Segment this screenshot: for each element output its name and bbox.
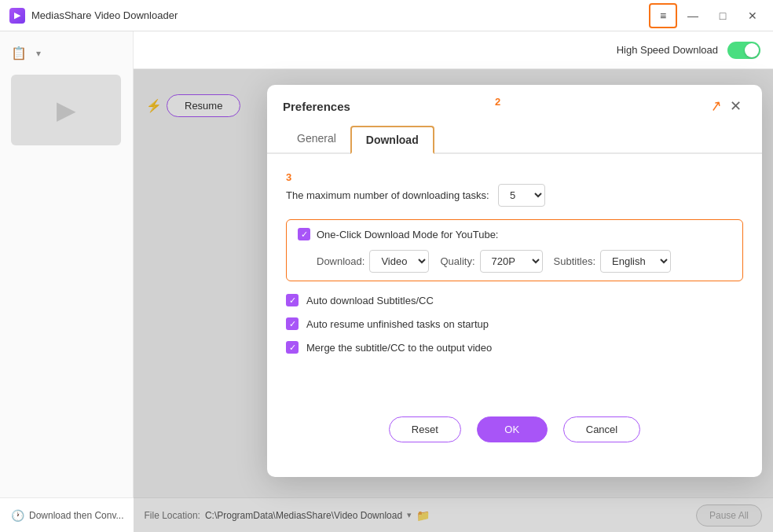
video-thumbnail: ▶ (11, 75, 121, 145)
reset-button[interactable]: Reset (389, 416, 461, 442)
modal-header-right: ↗ ✕ (710, 97, 746, 115)
app-icon: ▶ (9, 8, 25, 24)
high-speed-toggle[interactable] (727, 42, 760, 59)
checkbox-row-3: ✓ Merge the subtitle/CC to the output vi… (286, 341, 743, 354)
modal-header: Preferences ↗ ✕ (267, 85, 762, 115)
annotation-3: 3 (286, 171, 291, 183)
max-tasks-label: The maximum number of downloading tasks: (286, 189, 490, 201)
modal-title: Preferences (283, 100, 350, 113)
quality-select[interactable]: 720P 360P 480P 1080P 4K (480, 250, 543, 273)
cancel-button[interactable]: Cancel (563, 416, 640, 442)
check-icon: ✓ (289, 319, 296, 329)
merge-subtitle-checkbox[interactable]: ✓ (286, 341, 299, 354)
modal-overlay: 2 Preferences ↗ ✕ General Download (134, 69, 773, 532)
oneclick-checkbox[interactable]: ✓ (298, 228, 310, 240)
auto-resume-checkbox[interactable]: ✓ (286, 317, 299, 330)
tab-general[interactable]: General (283, 126, 350, 154)
app-title: MediasShare Video Downloader (31, 9, 178, 21)
ok-button[interactable]: OK (477, 416, 548, 442)
annotation-3-wrapper: 3 (286, 170, 743, 184)
oneclick-header: ✓ One-Click Download Mode for YouTube: (298, 228, 731, 240)
subtitles-label: Subtitles: (554, 255, 595, 267)
subtitles-select[interactable]: English Chinese French German Spanish (600, 250, 671, 273)
quality-label: Quality: (440, 255, 474, 267)
check-icon: ✓ (289, 295, 296, 306)
modal-close-button[interactable]: ✕ (725, 97, 746, 115)
close-button[interactable]: ✕ (738, 3, 767, 28)
oneclick-options: Download: Video Audio Quality: (298, 250, 731, 273)
menu-button[interactable]: ≡ (649, 3, 677, 28)
check-icon: ✓ (289, 343, 296, 353)
oneclick-box: ✓ One-Click Download Mode for YouTube: D… (286, 219, 743, 281)
checkbox-row-2: ✓ Auto resume unfinished tasks on startu… (286, 317, 743, 330)
title-bar: ▶ MediasShare Video Downloader ≡ — □ ✕ (0, 0, 773, 31)
merge-subtitle-label: Merge the subtitle/CC to the output vide… (306, 342, 492, 354)
clock-icon-bottom: 🕐 (11, 509, 24, 522)
max-tasks-row: The maximum number of downloading tasks:… (286, 184, 743, 207)
modal-tabs: General Download (267, 118, 762, 154)
oneclick-label: One-Click Download Mode for YouTube: (317, 229, 498, 240)
minimize-button[interactable]: — (679, 3, 707, 28)
annotation-arrow: ↗ (709, 97, 724, 116)
window-controls: ≡ — □ ✕ (649, 3, 767, 28)
max-tasks-select[interactable]: 5 1 2 3 4 6 7 8 (498, 184, 545, 207)
download-label: Download: (317, 255, 365, 267)
tab-download[interactable]: Download (350, 126, 434, 154)
top-toolbar: High Speed Download (134, 31, 773, 69)
download-option-group: Download: Video Audio (317, 250, 429, 273)
preferences-modal: 2 Preferences ↗ ✕ General Download (267, 85, 762, 477)
maximize-button[interactable]: □ (709, 3, 737, 28)
check-icon: ✓ (301, 230, 308, 239)
sidebar: 📋 ▾ ▶ 🕐 Download then Conv... (0, 31, 134, 532)
nav-icon: 📋 (11, 46, 27, 61)
annotation-2: 2 (495, 96, 500, 108)
nav-chevron: ▾ (36, 48, 41, 59)
checkbox-row-1: ✓ Auto download Subtitles/CC (286, 294, 743, 306)
main-content: ⚡ Resume 2 Preferences ↗ ✕ (134, 69, 773, 532)
subtitles-option-group: Subtitles: English Chinese French German… (554, 250, 671, 273)
auto-subtitles-checkbox[interactable]: ✓ (286, 294, 299, 306)
main-area: High Speed Download ⚡ Resume 2 Preferenc… (134, 31, 773, 532)
high-speed-label: High Speed Download (617, 44, 718, 56)
sidebar-nav[interactable]: 📋 ▾ (0, 39, 133, 67)
quality-option-group: Quality: 720P 360P 480P 1080P 4K (440, 250, 542, 273)
modal-body: 3 The maximum number of downloading task… (267, 154, 762, 477)
auto-subtitles-label: Auto download Subtitles/CC (306, 295, 434, 306)
video-play-icon: ▶ (57, 95, 76, 125)
auto-resume-label: Auto resume unfinished tasks on startup (306, 318, 489, 330)
title-bar-left: ▶ MediasShare Video Downloader (9, 8, 178, 24)
download-type-select[interactable]: Video Audio (369, 250, 429, 273)
modal-footer: Reset OK Cancel (286, 401, 743, 461)
app-body: 📋 ▾ ▶ 🕐 Download then Conv... High Speed… (0, 31, 773, 532)
download-conv-label-bottom: Download then Conv... (29, 510, 124, 521)
